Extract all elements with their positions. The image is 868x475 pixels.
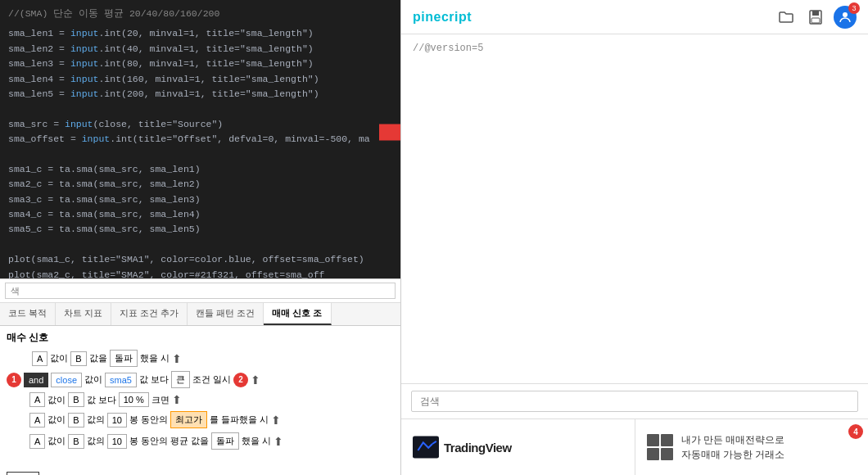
tab-chart[interactable]: 차트 지표 bbox=[56, 303, 111, 325]
signal-box-break1[interactable]: 돌파 bbox=[110, 350, 138, 367]
signal-row-1: A 값이 B 값을 돌파 했을 시 ⬆ bbox=[7, 350, 394, 367]
footer-badge: 4 bbox=[848, 424, 863, 439]
search-input-left[interactable] bbox=[5, 283, 396, 299]
code-line: plot(sma1_c, title="SMA1", color=color.b… bbox=[8, 252, 392, 267]
folder-button[interactable] bbox=[775, 6, 798, 29]
upload-icon-4[interactable]: ⬆ bbox=[271, 414, 281, 427]
signal-text: 값이 bbox=[47, 435, 66, 447]
signal-box-b3[interactable]: B bbox=[68, 392, 84, 407]
signal-text: 값이 bbox=[47, 414, 66, 426]
signal-box-a3[interactable]: A bbox=[29, 392, 45, 407]
dropdown-popup: and or bbox=[7, 472, 39, 475]
signal-box-break5[interactable]: 돌파 bbox=[211, 432, 239, 450]
save-button[interactable] bbox=[804, 6, 827, 29]
code-line: sma_src = input(close, title="Source") bbox=[8, 117, 392, 132]
signal-text: 크면 bbox=[151, 394, 170, 406]
code-line: sma5_c = ta.sma(sma_src, sma_len5) bbox=[8, 222, 392, 237]
footer-right-text: 내가 만든 매매전략으로 자동매매 가능한 거래소 bbox=[681, 432, 785, 462]
signal-text: 봉 동안의 bbox=[129, 414, 168, 426]
code-line: sma2_c = ta.sma(sma_src, sma_len2) bbox=[8, 177, 392, 192]
signal-box-b1[interactable]: B bbox=[70, 351, 86, 366]
version-comment: //@version=5 bbox=[413, 43, 483, 54]
code-line: sma_len5 = input.int(200, minval=1, titl… bbox=[8, 87, 392, 102]
code-line: plot(sma2_c, title="SMA2", color=#21f321… bbox=[8, 268, 392, 278]
tab-indicator[interactable]: 지표 조건 추가 bbox=[111, 303, 188, 325]
tradingview-text: TradingView bbox=[444, 441, 512, 455]
bottom-left: 코드 복적 차트 지표 지표 조건 추가 캔들 패턴 조건 매매 신호 조 매수… bbox=[0, 278, 400, 475]
right-code-display: //@version=5 bbox=[401, 34, 868, 383]
signal-text: 조건 일시 bbox=[192, 373, 231, 386]
pinecript-logo: pinecript bbox=[413, 10, 472, 25]
signal-text: 값 보다 bbox=[87, 394, 116, 406]
tab-signal[interactable]: 매매 신호 조 bbox=[264, 303, 331, 325]
signal-box-n4[interactable]: 10 bbox=[107, 413, 127, 428]
right-search-bar bbox=[401, 384, 868, 419]
upload-icon-2[interactable]: ⬆ bbox=[251, 373, 260, 387]
signal-box-and[interactable]: and bbox=[24, 373, 48, 387]
right-panel: pinecript 3 bbox=[401, 0, 868, 475]
signal-box-n5[interactable]: 10 bbox=[107, 434, 127, 449]
svg-marker-0 bbox=[379, 116, 400, 149]
signal-text: 봉 동안의 평균 값을 bbox=[129, 435, 209, 447]
signal-text: 값이 bbox=[84, 373, 102, 386]
left-panel: //(SMA) 단순 이동 평균 20/40/80/160/200 sma_le… bbox=[0, 0, 401, 475]
footer-tradingview[interactable]: TradingView bbox=[401, 419, 635, 475]
arrow-icon bbox=[379, 116, 400, 152]
signal-text: 값을 bbox=[89, 352, 107, 364]
signal-box-b5[interactable]: B bbox=[68, 434, 84, 449]
signal-box-pct[interactable]: 10 % bbox=[119, 392, 149, 407]
code-line: sma_len2 = input.int(40, minval=1, title… bbox=[8, 42, 392, 57]
code-area: //(SMA) 단순 이동 평균 20/40/80/160/200 sma_le… bbox=[0, 0, 400, 278]
svg-rect-2 bbox=[812, 11, 819, 16]
signal-box-bigger[interactable]: 큰 bbox=[171, 371, 190, 388]
svg-point-4 bbox=[843, 12, 848, 17]
signal-box-a4[interactable]: A bbox=[29, 413, 45, 428]
right-footer: TradingView 내가 만든 매매전략으로 자동매매 가능한 거래소 4 bbox=[401, 419, 868, 475]
code-line: sma_offset = input.int(title="Offset", d… bbox=[8, 132, 392, 147]
signal-box-high[interactable]: 최고가 bbox=[170, 411, 207, 428]
signal-row-5: A 값이 B 값의 10 봉 동안의 평균 값을 돌파 했을 시 ⬆ bbox=[29, 432, 394, 450]
upload-icon-1[interactable]: ⬆ bbox=[172, 352, 182, 365]
tab-candle[interactable]: 캔들 패턴 조건 bbox=[188, 303, 264, 325]
user-button[interactable]: 3 bbox=[834, 6, 857, 29]
signal-text: 값의 bbox=[87, 414, 105, 426]
right-header: pinecript 3 bbox=[401, 0, 868, 34]
signal-text: 값 보다 bbox=[139, 373, 169, 386]
signal-title: 매수 신호 bbox=[7, 331, 394, 345]
search-input-right[interactable] bbox=[411, 391, 858, 412]
code-line: sma_len1 = input.int(20, minval=1, title… bbox=[8, 26, 392, 41]
tradingview-logo: TradingView bbox=[413, 436, 512, 459]
code-line: sma_len3 = input.int(80, minval=1, title… bbox=[8, 57, 392, 71]
signal-box-a5[interactable]: A bbox=[29, 434, 45, 449]
signal-text: 값의 bbox=[87, 435, 105, 447]
upload-icon-3[interactable]: ⬆ bbox=[172, 393, 182, 406]
signal-row-3: A 값이 B 값 보다 10 % 크면 ⬆ bbox=[29, 392, 394, 407]
search-bar-left bbox=[0, 279, 400, 303]
svg-rect-5 bbox=[413, 436, 439, 458]
signal-box-a1[interactable]: A bbox=[32, 351, 47, 366]
signals-area: 매수 신호 A 값이 B 값을 돌파 했을 시 ⬆ 1 and close 값이… bbox=[0, 326, 400, 475]
badge-1: 1 bbox=[7, 373, 21, 387]
signal-text: 했을 시 bbox=[140, 352, 170, 364]
code-line: sma4_c = ta.sma(sma_src, sma_len4) bbox=[8, 207, 392, 222]
header-icons: 3 bbox=[775, 6, 857, 29]
signal-text: 값이 bbox=[47, 394, 66, 406]
svg-rect-3 bbox=[811, 18, 820, 23]
code-line: sma3_c = ta.sma(sma_src, sma_len3) bbox=[8, 192, 392, 207]
footer-auto-trade[interactable]: 내가 만든 매매전략으로 자동매매 가능한 거래소 4 bbox=[635, 419, 869, 475]
badge-2: 2 bbox=[233, 373, 248, 387]
upload-icon-5[interactable]: ⬆ bbox=[274, 435, 283, 448]
signal-text: 값이 bbox=[50, 352, 68, 364]
tab-code[interactable]: 코드 복적 bbox=[0, 303, 56, 325]
code-line: sma_len4 = input.int(160, minval=1, titl… bbox=[8, 72, 392, 87]
signal-text: 를 들파했을 시 bbox=[210, 414, 269, 426]
right-bottom: TradingView 내가 만든 매매전략으로 자동매매 가능한 거래소 4 bbox=[401, 383, 868, 475]
signal-row-4: A 값이 B 값의 10 봉 동안의 최고가 를 들파했을 시 ⬆ bbox=[29, 411, 394, 428]
title-comment: //(SMA) 단순 이동 평균 20/40/80/160/200 bbox=[8, 7, 392, 21]
user-badge: 3 bbox=[848, 2, 860, 14]
tabs-row: 코드 복적 차트 지표 지표 조건 추가 캔들 패턴 조건 매매 신호 조 bbox=[0, 303, 400, 326]
code-line: sma1_c = ta.sma(sma_src, sma_len1) bbox=[8, 162, 392, 177]
signal-box-b4[interactable]: B bbox=[68, 413, 84, 428]
signal-box-sma5[interactable]: sma5 bbox=[105, 373, 137, 387]
signal-box-close[interactable]: close bbox=[51, 373, 82, 387]
